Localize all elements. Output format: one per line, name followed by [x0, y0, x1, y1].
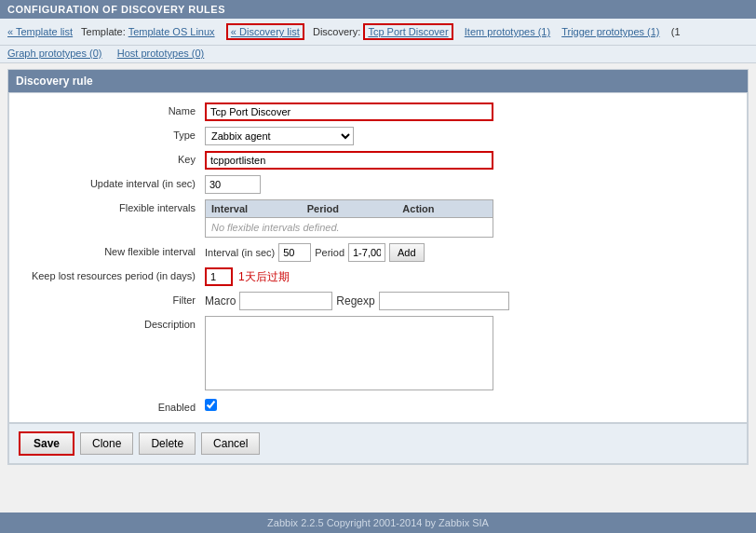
form-area: Name Type Zabbix agent Key	[8, 92, 748, 464]
button-bar: Save Clone Delete Cancel	[9, 423, 747, 463]
new-flexible-interval-label: New flexible interval	[19, 243, 205, 257]
subnav-bar: Graph prototypes (0) Host prototypes (0)	[0, 46, 756, 63]
flexible-intervals-table: Interval Period Action No flexible inter…	[205, 199, 493, 238]
macro-input[interactable]	[239, 292, 332, 310]
type-row: Type Zabbix agent	[9, 127, 747, 145]
new-flexible-interval-row: New flexible interval Interval (in sec) …	[9, 243, 747, 262]
enabled-control	[205, 399, 737, 411]
flexible-intervals-row: Flexible intervals Interval Period Actio…	[9, 199, 747, 238]
clone-button[interactable]: Clone	[80, 432, 133, 455]
keep-lost-inner-row: 1天后过期	[205, 267, 737, 286]
flex-table-header: Interval Period Action	[206, 200, 493, 218]
keep-lost-label: Keep lost resources period (in days)	[19, 267, 205, 281]
regexp-input[interactable]	[379, 292, 509, 310]
page-header: CONFIGURATION OF DISCOVERY RULES	[0, 0, 756, 19]
enabled-checkbox[interactable]	[205, 399, 217, 411]
graph-prototypes-link[interactable]: Graph prototypes (0)	[7, 48, 102, 59]
filter-inner-row: Macro Regexp	[205, 292, 737, 310]
discovery-rule-section: Discovery rule Name Type Zabbix agent	[7, 69, 749, 465]
flexible-intervals-control: Interval Period Action No flexible inter…	[205, 199, 737, 238]
period-label: Period	[315, 247, 344, 258]
name-control	[205, 102, 737, 121]
add-button[interactable]: Add	[389, 243, 425, 262]
breadcrumb-bar: « Template list Template: Template OS Li…	[0, 19, 756, 46]
flexible-intervals-label: Flexible intervals	[19, 199, 205, 213]
host-prototypes-link[interactable]: Host prototypes (0)	[117, 48, 205, 59]
period-input[interactable]	[348, 243, 385, 262]
macro-label: Macro	[205, 294, 236, 308]
update-interval-label: Update interval (in sec)	[19, 175, 205, 189]
type-label: Type	[19, 127, 205, 141]
key-input[interactable]	[205, 151, 493, 170]
enabled-row: Enabled	[9, 399, 747, 413]
new-flexible-interval-control: Interval (in sec) Period Add	[205, 243, 737, 262]
keep-lost-row: Keep lost resources period (in days) 1天后…	[9, 267, 747, 286]
type-control: Zabbix agent	[205, 127, 737, 145]
filter-label: Filter	[19, 292, 205, 306]
key-label: Key	[19, 151, 205, 165]
cancel-button[interactable]: Cancel	[201, 432, 260, 455]
filter-row: Filter Macro Regexp	[9, 292, 747, 310]
delete-button[interactable]: Delete	[139, 432, 196, 455]
page-title: CONFIGURATION OF DISCOVERY RULES	[7, 4, 225, 15]
interval-in-sec-label: Interval (in sec)	[205, 247, 275, 258]
type-select[interactable]: Zabbix agent	[205, 127, 354, 145]
name-input[interactable]	[205, 102, 493, 121]
template-prefix: Template:	[81, 26, 126, 37]
description-label: Description	[19, 316, 205, 330]
interval-input[interactable]	[278, 243, 311, 262]
discovery-name-link[interactable]: Tcp Port Discover	[363, 23, 452, 40]
trigger-prototypes-link[interactable]: Trigger prototypes (1)	[561, 26, 659, 37]
template-list-link[interactable]: « Template list	[7, 26, 73, 37]
enabled-label: Enabled	[19, 399, 205, 413]
flex-col-interval: Interval	[206, 200, 302, 217]
save-button[interactable]: Save	[19, 431, 74, 456]
flex-table-empty: No flexible intervals defined.	[206, 218, 493, 237]
flex-col-action: Action	[397, 200, 493, 217]
key-row: Key	[9, 151, 747, 170]
key-control	[205, 151, 737, 170]
trigger-prototypes-overflow: (1	[671, 26, 681, 37]
flex-col-period: Period	[302, 200, 398, 217]
update-interval-row: Update interval (in sec)	[9, 175, 747, 194]
discovery-prefix: Discovery:	[313, 26, 360, 37]
enabled-inner-row	[205, 399, 737, 411]
keep-lost-input[interactable]	[205, 267, 233, 286]
regexp-label: Regexp	[336, 294, 374, 308]
name-row: Name	[9, 102, 747, 121]
main-content: Discovery rule Name Type Zabbix agent	[0, 63, 756, 502]
update-interval-input[interactable]	[205, 175, 261, 194]
description-control	[205, 316, 737, 393]
template-name-link[interactable]: Template OS Linux	[128, 26, 215, 37]
description-textarea[interactable]	[205, 316, 493, 390]
new-interval-row: Interval (in sec) Period Add	[205, 243, 737, 262]
expiry-text: 1天后过期	[238, 269, 290, 285]
discovery-list-link[interactable]: « Discovery list	[226, 23, 304, 40]
item-prototypes-link[interactable]: Item prototypes (1)	[465, 26, 550, 37]
keep-lost-control: 1天后过期	[205, 267, 737, 286]
section-title: Discovery rule	[8, 70, 748, 92]
description-row: Description	[9, 316, 747, 393]
update-interval-control	[205, 175, 737, 194]
name-label: Name	[19, 102, 205, 116]
filter-control: Macro Regexp	[205, 292, 737, 310]
